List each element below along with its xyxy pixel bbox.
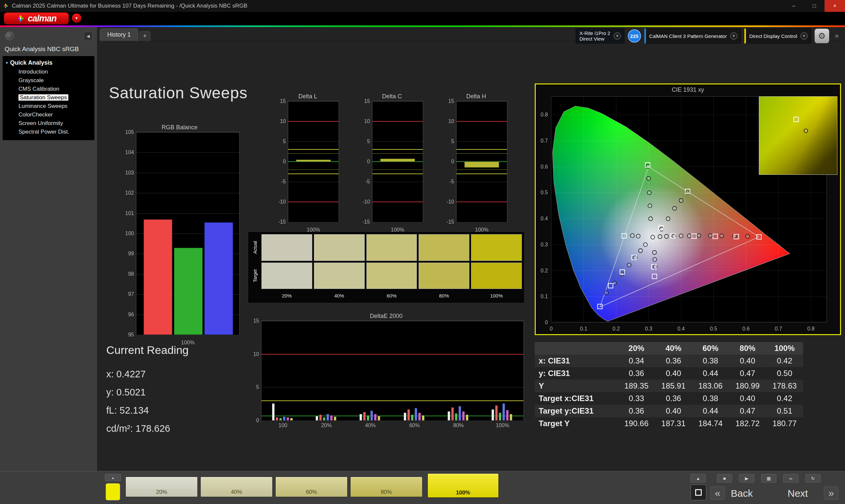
bottom-bar: ▲ « Back Next » 20%40%60%80%100%▲■▶▦∞↻ (0, 471, 845, 504)
cie-chart-panel: CIE 1931 xy 00.10.20.30.40.50.60.70.800.… (535, 84, 841, 335)
saturation-level-button-80[interactable]: 80% (350, 476, 423, 497)
maximize-button[interactable]: □ (804, 0, 825, 12)
rgb-bar-red (144, 219, 172, 335)
svg-text:0.5: 0.5 (710, 326, 717, 331)
svg-text:0.6: 0.6 (742, 326, 750, 331)
play-button[interactable]: ▶ (739, 474, 754, 483)
app-window: Calman 2025 Calman Ultimate for Business… (0, 0, 845, 504)
swatch-actual-40 (314, 234, 365, 261)
close-button[interactable]: × (825, 0, 845, 12)
cie-chart-title: CIE 1931 xy (536, 86, 840, 93)
settings-gear-button[interactable]: ⚙ (815, 29, 829, 43)
chart-title: RGB Balance (119, 123, 240, 132)
swatch-col-label-100: 100% (471, 291, 522, 301)
svg-text:0.2: 0.2 (541, 268, 548, 273)
stop-button[interactable]: ■ (717, 474, 732, 483)
swatch-actual-80 (419, 234, 469, 261)
swatch-col-label-40: 40% (314, 291, 365, 301)
saturation-level-button-60[interactable]: 60% (275, 476, 348, 497)
rgb-balance-chart: RGB Balance 1051041031021011009998979695… (119, 123, 240, 347)
sidebar-item-colorchecker[interactable]: ColorChecker (3, 110, 94, 119)
svg-text:0.7: 0.7 (775, 326, 782, 331)
logo-dropdown-button[interactable]: ▼ (72, 14, 81, 23)
saturation-level-button-20[interactable]: 20% (125, 476, 198, 497)
svg-text:0.7: 0.7 (541, 138, 548, 143)
meter-dropdown[interactable]: X-Rite i1Pro 2 Direct View ▼ (576, 29, 624, 43)
table-row-target-y: Target Y190.66187.31184.74182.72180.77 (535, 417, 803, 430)
next-chevron-button[interactable]: » (824, 487, 839, 500)
continuous-button[interactable]: ∞ (783, 474, 798, 483)
sidebar-item-introduction[interactable]: Introduction (3, 68, 94, 76)
meter-count-badge[interactable]: 225 (628, 29, 641, 42)
sidebar-item-grayscale[interactable]: Grayscale (3, 76, 94, 85)
sidebar-session-button[interactable] (5, 32, 14, 40)
tree-root-quick-analysis[interactable]: ▾ Quick Analysis (3, 58, 94, 68)
svg-text:0: 0 (550, 326, 553, 331)
svg-text:0.8: 0.8 (807, 326, 815, 331)
deltae-plot: 15105010020%40%60%80%100% (261, 321, 524, 421)
workflow-tree: ▾ Quick Analysis IntroductionGrayscaleCM… (3, 56, 94, 140)
swatch-actual-100 (471, 234, 522, 261)
calman-logo-button[interactable]: calman (4, 13, 69, 24)
deltae-group-60 (404, 321, 424, 420)
sidebar: ◀ Quick Analysis NBC sRGB ▾ Quick Analys… (0, 27, 97, 504)
delta-l-bar (296, 160, 330, 162)
sidebar-item-screen-uniformity[interactable]: Screen Uniformity (3, 119, 94, 128)
current-reading-values: x: 0.4227y: 0.5021fL: 52.134cd/m²: 178.6… (106, 365, 248, 438)
panel-collapse-button[interactable]: » (832, 29, 841, 43)
table-row-y-cie31: y: CIE310.360.400.440.470.50 (535, 367, 803, 380)
chevron-down-icon: ▼ (730, 32, 737, 40)
delta-c-bar (380, 159, 415, 162)
pattern-generator-dropdown[interactable]: CalMAN Client 3 Pattern Generator ▼ (644, 29, 741, 43)
swatch-actual-20 (261, 234, 312, 261)
swatch-target-100 (471, 263, 522, 289)
current-reading-value: cd/m²: 178.626 (106, 419, 248, 438)
saturation-level-button-40[interactable]: 40% (200, 476, 272, 497)
saturation-data-table: 20%40%60%80%100%x: CIE310.340.360.380.40… (535, 342, 803, 430)
title-bar: Calman 2025 Calman Ultimate for Business… (0, 0, 845, 12)
refresh-button[interactable]: ↻ (805, 474, 821, 483)
current-reading-value: y: 0.5021 (106, 383, 248, 401)
save-button[interactable]: ▦ (761, 474, 776, 483)
sidebar-item-cms-calibration[interactable]: CMS Calibration (3, 85, 94, 93)
workflow-title: Quick Analysis NBC sRGB (5, 46, 79, 53)
table-row-target-y-cie31: Target y:CIE310.360.400.440.470.51 (535, 405, 803, 417)
swatch-col-label-80: 80% (419, 291, 469, 301)
swatch-panel-toggle-button[interactable]: ▲ (105, 474, 121, 481)
svg-text:0.1: 0.1 (580, 326, 587, 331)
next-button[interactable]: Next (788, 488, 808, 499)
add-tab-button[interactable]: + (139, 31, 151, 41)
table-col-header-40: 40% (655, 342, 692, 355)
chevron-down-icon: ▼ (800, 32, 808, 40)
table-row-y: Y189.35185.91183.06180.99178.63 (535, 380, 803, 392)
meter-mode: Direct View (579, 36, 610, 41)
app-icon (3, 3, 8, 9)
swatch-row-label-target: Target (250, 263, 260, 289)
sidebar-item-spectral-power-dist[interactable]: Spectral Power Dist. (3, 128, 94, 136)
svg-text:0.1: 0.1 (541, 293, 548, 299)
window-title: Calman 2025 Calman Ultimate for Business… (12, 3, 247, 9)
back-button[interactable]: Back (731, 488, 753, 499)
swatch-col-label-20: 20% (261, 291, 312, 301)
pattern-window-button[interactable] (690, 485, 706, 500)
tab-history-1[interactable]: History 1 (100, 29, 138, 41)
display-control-dropdown[interactable]: Direct Display Control ▼ (744, 29, 811, 43)
saturation-level-button-100[interactable]: 100% (427, 473, 499, 498)
panel-up-button[interactable]: ▲ (690, 474, 706, 483)
deltae-group-100 (272, 321, 293, 420)
sidebar-collapse-button[interactable]: ◀ (84, 32, 92, 40)
sidebar-item-saturation-sweeps[interactable]: Saturation Sweeps (3, 93, 94, 102)
delta-h-bar (464, 162, 499, 167)
main-content: History 1 + X-Rite i1Pro 2 Direct View ▼… (97, 27, 845, 471)
svg-text:0: 0 (545, 320, 548, 325)
current-reading-title: Current Reading (106, 344, 248, 357)
table-col-header-60: 60% (692, 342, 729, 355)
inset-target-marker (793, 117, 799, 122)
minimize-button[interactable]: – (784, 0, 804, 12)
delta-c-chart: Delta C151050-5-10-15100% (360, 92, 424, 234)
back-chevron-button[interactable]: « (710, 487, 725, 500)
inset-measured-marker (804, 129, 808, 133)
sidebar-item-luminance-sweeps[interactable]: Luminance Sweeps (3, 102, 94, 110)
swatch-target-40 (314, 263, 365, 289)
calman-flower-icon (16, 14, 25, 23)
